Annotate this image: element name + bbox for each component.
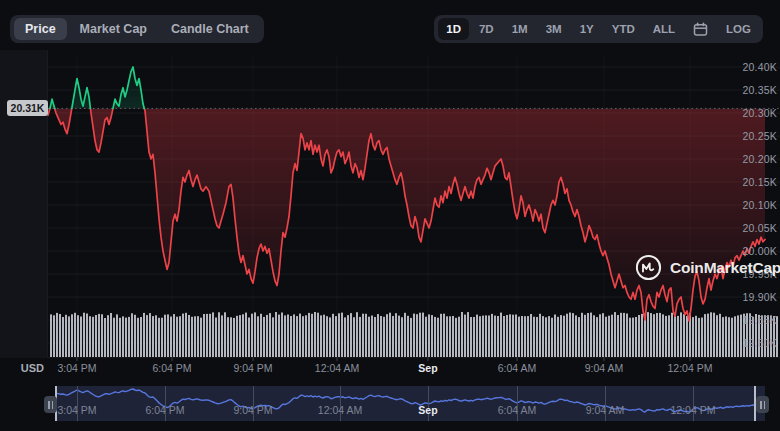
y-tick-20.05K: 20.05K: [743, 222, 777, 234]
tab-price[interactable]: Price: [14, 18, 67, 40]
log-scale-toggle[interactable]: LOG: [718, 18, 759, 40]
y-tick-20.00K: 20.00K: [743, 245, 777, 257]
y-tick-20.15K: 20.15K: [743, 176, 777, 188]
navigator-label-9-04-pm: 9:04 PM: [233, 404, 272, 416]
x-tick-6-04-am: 6:04 AM: [498, 362, 537, 374]
tab-market-cap[interactable]: Market Cap: [69, 18, 158, 40]
x-tick-9-04-pm: 9:04 PM: [233, 362, 272, 374]
y-tick-20.40K: 20.40K: [743, 61, 777, 73]
navigator-label-sep: Sep: [418, 404, 437, 416]
calendar-icon: [693, 22, 708, 37]
y-tick-20.30K: 20.30K: [743, 107, 777, 119]
range-7d[interactable]: 7D: [471, 18, 502, 40]
y-tick-20.35K: 20.35K: [743, 84, 777, 96]
y-tick-19.80K: 19.80K: [743, 337, 777, 349]
coinmarketcap-price-chart-widget: PriceMarket CapCandle Chart 1D7D1M3M1YYT…: [0, 0, 780, 431]
range-all[interactable]: ALL: [645, 18, 683, 40]
range-3m[interactable]: 3M: [538, 18, 570, 40]
y-tick-19.90K: 19.90K: [743, 291, 777, 303]
range-1m[interactable]: 1M: [504, 18, 536, 40]
range-navigator[interactable]: 3:04 PM6:04 PM9:04 PM12:04 AMSep6:04 AM9…: [55, 386, 765, 421]
x-tick-12-04-am: 12:04 AM: [315, 362, 359, 374]
tab-candle-chart[interactable]: Candle Chart: [160, 18, 260, 40]
x-tick-6-04-pm: 6:04 PM: [152, 362, 191, 374]
range-1y[interactable]: 1Y: [572, 18, 602, 40]
chart-type-tabs: PriceMarket CapCandle Chart: [10, 15, 264, 43]
range-1d[interactable]: 1D: [438, 18, 469, 40]
navigator-label-6-04-pm: 6:04 PM: [145, 404, 184, 416]
navigator-label-12-04-pm: 12:04 PM: [671, 404, 716, 416]
navigator-label-9-04-am: 9:04 AM: [586, 404, 625, 416]
range-ytd[interactable]: YTD: [604, 18, 643, 40]
current-price-badge: 20.31K: [7, 100, 48, 116]
calendar-button[interactable]: [685, 19, 716, 40]
y-tick-20.20K: 20.20K: [743, 153, 777, 165]
navigator-label-3-04-pm: 3:04 PM: [57, 404, 96, 416]
y-tick-20.10K: 20.10K: [743, 199, 777, 211]
navigator-label-6-04-am: 6:04 AM: [498, 404, 537, 416]
volume-bars: [50, 312, 778, 357]
navigator-label-12-04-am: 12:04 AM: [318, 404, 362, 416]
y-tick-19.95K: 19.95K: [743, 268, 777, 280]
x-tick-9-04-am: 9:04 AM: [585, 362, 624, 374]
navigator-left-handle[interactable]: [44, 396, 57, 413]
y-tick-19.85K: 19.85K: [743, 314, 777, 326]
currency-unit-label: USD: [0, 362, 44, 374]
price-chart-canvas[interactable]: [0, 0, 780, 431]
x-tick-sep: Sep: [418, 362, 437, 374]
time-range-toolbar: 1D7D1M3M1YYTDALLLOG: [434, 15, 763, 43]
navigator-right-handle[interactable]: [756, 396, 769, 413]
x-tick-12-04-pm: 12:04 PM: [668, 362, 713, 374]
x-tick-3-04-pm: 3:04 PM: [57, 362, 96, 374]
y-tick-20.25K: 20.25K: [743, 130, 777, 142]
